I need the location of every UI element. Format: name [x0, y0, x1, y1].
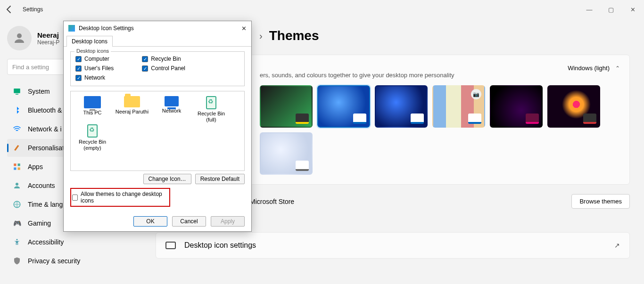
- theme-thumb-2[interactable]: [375, 85, 428, 128]
- recycle-icon: [206, 96, 216, 109]
- theme-accent-badge: [353, 114, 366, 124]
- nav-accessibility[interactable]: Accessibility: [7, 233, 139, 251]
- apply-button[interactable]: Apply: [211, 216, 245, 227]
- breadcrumb: › Themes: [259, 28, 630, 43]
- checkbox-grid: ✓Computer ✓User's Files ✓Network ✓Recycl…: [75, 56, 239, 81]
- theme-accent-badge: [583, 114, 596, 124]
- chevron-right-icon: ›: [259, 31, 263, 41]
- restore-default-button[interactable]: Restore Default: [195, 174, 245, 184]
- icon-recycle-empty[interactable]: Recycle Bin (empty): [74, 124, 110, 151]
- current-theme-name: Windows (light): [568, 65, 610, 72]
- icon-network[interactable]: Network: [154, 96, 190, 122]
- desktop-icon-settings-dialog: Desktop Icon Settings ✕ Desktop Icons De…: [63, 21, 252, 232]
- tab-desktop-icons[interactable]: Desktop Icons: [66, 36, 113, 47]
- theme-grid: 📷: [260, 85, 620, 175]
- titlebar: Settings ― ▢ ✕: [0, 0, 644, 19]
- globe-icon: [13, 200, 21, 209]
- desktop-icons-fieldset: Desktop icons ✓Computer ✓User's Files ✓N…: [70, 51, 245, 86]
- change-icon-button[interactable]: Change Icon…: [143, 174, 191, 184]
- svg-rect-2: [16, 94, 18, 95]
- theme-thumb-5[interactable]: [547, 85, 600, 128]
- apps-icon: [13, 162, 21, 171]
- svg-point-7: [16, 183, 18, 186]
- bluetooth-icon: [13, 106, 21, 114]
- checkbox-recycle-bin[interactable]: ✓Recycle Bin: [142, 56, 185, 62]
- icon-preview-box[interactable]: This PC Neeraj Paruthi Network Recycle B…: [70, 91, 245, 171]
- avatar: [7, 26, 32, 50]
- allow-themes-checkbox-row[interactable]: ✓ Allow themes to change desktop icons: [70, 188, 170, 207]
- theme-thumb-0[interactable]: [260, 85, 313, 128]
- checkmark-icon: ✓: [142, 56, 148, 62]
- wifi-icon: [13, 125, 21, 133]
- maximize-button[interactable]: ▢: [604, 6, 618, 13]
- theme-thumb-4[interactable]: [490, 85, 543, 128]
- window-controls: ― ▢ ✕: [583, 6, 639, 13]
- theme-thumb-1[interactable]: [317, 85, 370, 128]
- user-display-name: Neeraj: [37, 31, 59, 39]
- checkmark-icon: ✓: [75, 65, 82, 72]
- ok-button[interactable]: OK: [133, 216, 167, 227]
- related-item-label: Desktop icon settings: [184, 241, 256, 250]
- icon-this-pc[interactable]: This PC: [74, 96, 110, 122]
- theme-accent-badge: [296, 161, 309, 171]
- open-external-icon: ↗: [614, 242, 620, 249]
- theme-accent-badge: [468, 114, 481, 124]
- close-button[interactable]: ✕: [626, 6, 639, 13]
- svg-point-0: [17, 33, 22, 38]
- fieldset-legend: Desktop icons: [74, 48, 111, 54]
- network-icon: [165, 96, 179, 106]
- search-placeholder: Find a setting: [12, 64, 49, 71]
- accessibility-icon: [13, 238, 21, 246]
- checkbox-control-panel[interactable]: ✓Control Panel: [142, 65, 185, 72]
- system-icon: [13, 87, 21, 96]
- checkmark-icon: ✓: [142, 65, 148, 72]
- theme-accent-badge: [296, 114, 309, 124]
- chevron-down-icon: ⌃: [615, 65, 620, 72]
- minimize-button[interactable]: ―: [583, 6, 596, 13]
- theme-accent-badge: [411, 114, 424, 124]
- checkbox-computer[interactable]: ✓Computer: [75, 56, 114, 62]
- svg-rect-4: [18, 163, 20, 166]
- theme-thumb-6[interactable]: [260, 132, 313, 175]
- cancel-button[interactable]: Cancel: [172, 216, 206, 227]
- desktop-icon-settings-row[interactable]: Desktop icon settings ↗: [156, 232, 630, 259]
- checkbox-unchecked-icon: ✓: [72, 195, 78, 201]
- svg-rect-6: [18, 168, 20, 170]
- checkbox-network[interactable]: ✓Network: [75, 74, 114, 81]
- checkmark-icon: ✓: [75, 56, 82, 62]
- dialog-app-icon: [68, 25, 75, 32]
- gamepad-icon: 🎮: [13, 219, 21, 227]
- back-button[interactable]: [5, 5, 14, 14]
- dialog-close-button[interactable]: ✕: [241, 25, 247, 32]
- folder-icon: [124, 96, 140, 107]
- camera-icon: 📷: [471, 89, 481, 99]
- page-title: Themes: [269, 28, 319, 43]
- checkmark-icon: ✓: [75, 75, 82, 81]
- dialog-titlebar[interactable]: Desktop Icon Settings ✕: [64, 21, 251, 35]
- allow-themes-label: Allow themes to change desktop icons: [81, 191, 168, 204]
- checkbox-users-files[interactable]: ✓User's Files: [75, 65, 114, 72]
- titlebar-left: Settings: [5, 5, 43, 14]
- dialog-title: Desktop Icon Settings: [79, 25, 134, 32]
- window-title: Settings: [23, 6, 43, 13]
- shield-icon: [13, 257, 21, 265]
- svg-point-9: [17, 239, 18, 240]
- nav-privacy[interactable]: Privacy & security: [7, 252, 139, 270]
- browse-themes-button[interactable]: Browse themes: [571, 194, 630, 209]
- store-label: Microsoft Store: [250, 198, 294, 205]
- recycle-icon: [87, 124, 98, 138]
- dialog-tabs: Desktop Icons: [64, 35, 251, 46]
- dialog-footer: OK Cancel Apply: [64, 211, 251, 231]
- theme-thumb-3[interactable]: 📷: [432, 85, 485, 128]
- monitor-icon: [84, 96, 101, 108]
- svg-rect-1: [14, 89, 20, 93]
- svg-rect-5: [14, 168, 16, 170]
- icon-user-folder[interactable]: Neeraj Paruthi: [114, 96, 150, 122]
- themes-description: ers, sounds, and colours together to giv…: [260, 72, 620, 79]
- dialog-body: Desktop icons ✓Computer ✓User's Files ✓N…: [64, 46, 251, 211]
- icon-buttons-row: Change Icon… Restore Default: [70, 174, 245, 184]
- user-icon: [13, 181, 21, 190]
- paintbrush-icon: [13, 144, 21, 152]
- theme-accent-badge: [526, 114, 539, 124]
- icon-recycle-full[interactable]: Recycle Bin (full): [193, 96, 229, 122]
